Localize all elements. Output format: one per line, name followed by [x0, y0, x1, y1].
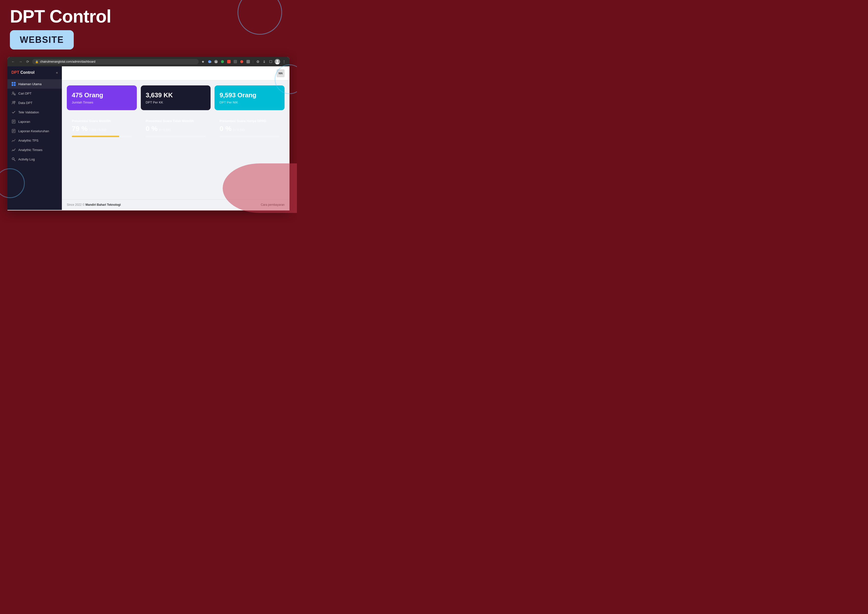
divider: | [252, 60, 254, 64]
sidebar-logo-control: Control [20, 70, 34, 75]
svg-point-20 [14, 101, 16, 103]
progress-percent-memilih: 79 % [72, 125, 88, 133]
sidebar-item-label-laporan: Laporan [18, 120, 30, 124]
svg-point-4 [221, 60, 224, 63]
doc2-icon [11, 129, 16, 133]
progress-card-tidak-memilih: Presentasi Suara Tidak Memilih 0 % 0 / 9… [141, 114, 211, 142]
sidebar-item-tele-validation[interactable]: Tele Validation [8, 107, 62, 117]
progress-value-row-hanya-dprd: 0 % 0 / 9,593 [220, 125, 280, 133]
grid-icon [11, 82, 16, 86]
svg-line-30 [14, 160, 16, 161]
url-bar[interactable]: 🔒 chairulmenangtotal.com/admin/dashboard [32, 59, 199, 64]
svg-rect-8 [246, 60, 250, 64]
progress-title-hanya-dprd: Presentasi Suara Hanya DPRD [220, 119, 280, 123]
svg-point-29 [12, 158, 14, 160]
sidebar-item-label-analythic-timses: Analythic Timses [18, 148, 43, 152]
stat-card-dpt-nik: 9,593 Orang DPT Per NIK [214, 85, 285, 110]
stat-card-timses: 475 Orang Jumlah Timses [67, 85, 137, 110]
forward-button[interactable]: → [18, 59, 23, 64]
sidebar-item-label-activity-log: Activity Log [18, 157, 35, 161]
progress-title-memilih: Presentasi Suara Memilih [72, 119, 132, 123]
progress-fraction-memilih: 7,566 / 9,593 [89, 128, 106, 132]
app-layout: DPT Control « Halaman Utama Cari DPT [8, 66, 290, 210]
people-icon [11, 101, 16, 105]
extension3-icon[interactable] [220, 59, 225, 64]
back-button[interactable]: ← [10, 59, 16, 64]
svg-point-19 [12, 101, 14, 103]
download-icon[interactable]: ⇓ [262, 59, 267, 64]
sidebar-nav: Halaman Utama Cari DPT Data DPT [8, 77, 62, 210]
search-icon [11, 157, 16, 162]
sidebar-item-label-data-dpt: Data DPT [18, 101, 33, 105]
svg-text:1:27: 1:27 [209, 61, 211, 63]
extension4-icon[interactable] [226, 59, 231, 64]
stat-value-dpt-kk: 3,639 KK [146, 91, 206, 99]
extension1-icon[interactable]: 1:27 [207, 59, 212, 64]
progress-percent-tidak-memilih: 0 % [146, 125, 158, 133]
settings-icon[interactable]: ⚙ [255, 59, 260, 64]
svg-rect-12 [12, 82, 13, 84]
svg-rect-13 [14, 82, 16, 84]
sidebar: DPT Control « Halaman Utama Cari DPT [8, 66, 62, 210]
page-title: DPT Control [10, 8, 287, 25]
stat-value-timses: 475 Orang [72, 91, 132, 99]
main-content: NN 475 Orang Jumlah Timses 3,639 KK DPT … [62, 66, 290, 210]
progress-fraction-tidak-memilih: 0 / 9,593 [159, 128, 171, 132]
progress-value-row-tidak-memilih: 0 % 0 / 9,593 [146, 125, 206, 133]
footer-payment-link[interactable]: Cara pembayaran [261, 203, 285, 207]
sidebar-logo: DPT Control [11, 70, 34, 75]
sidebar-item-activity-log[interactable]: Activity Log [8, 154, 62, 164]
user-avatar-button[interactable]: NN [277, 69, 285, 77]
website-badge-text: WEBSITE [20, 35, 64, 45]
stat-cards-row: 475 Orang Jumlah Timses 3,639 KK DPT Per… [67, 85, 285, 110]
footer-brand: Mandiri Bahari Teknologi [85, 203, 121, 207]
extension6-icon[interactable] [239, 59, 244, 64]
sidebar-item-data-dpt[interactable]: Data DPT [8, 98, 62, 107]
svg-text:31: 31 [215, 61, 217, 63]
extension5-icon[interactable] [233, 59, 238, 64]
chart2-icon [11, 148, 16, 152]
check-icon [11, 110, 16, 114]
browser-chrome: ← → ⟳ 🔒 chairulmenangtotal.com/admin/das… [8, 57, 290, 66]
sidebar-item-halaman-utama[interactable]: Halaman Utama [8, 79, 62, 89]
profile-avatar[interactable] [274, 59, 280, 64]
stat-card-dpt-kk: 3,639 KK DPT Per KK [141, 85, 211, 110]
svg-rect-14 [12, 84, 13, 86]
svg-point-16 [12, 92, 14, 93]
svg-point-7 [240, 60, 243, 63]
progress-percent-hanya-dprd: 0 % [220, 125, 231, 133]
progress-cards-row: Presentasi Suara Memilih 79 % 7,566 / 9,… [67, 114, 285, 142]
extension7-icon[interactable] [246, 59, 251, 64]
window-icon[interactable]: ☐ [268, 59, 273, 64]
sidebar-item-cari-dpt[interactable]: Cari DPT [8, 89, 62, 98]
progress-bar-track-hanya-dprd [220, 136, 280, 137]
sidebar-item-laporan[interactable]: Laporan [8, 117, 62, 126]
progress-fraction-hanya-dprd: 0 / 9,593 [233, 128, 245, 132]
menu-icon[interactable]: ⋮ [282, 59, 287, 64]
svg-point-10 [276, 60, 278, 62]
sidebar-item-analythic-tps[interactable]: Analythic TPS [8, 136, 62, 145]
browser-actions: ★ 1:27 31 | ⚙ ⇓ ☐ [201, 59, 287, 64]
sidebar-item-label-cari-dpt: Cari DPT [18, 92, 31, 95]
extension2-badge[interactable]: 31 [214, 59, 219, 64]
website-badge: WEBSITE [10, 30, 74, 50]
progress-bar-fill-memilih [72, 136, 119, 137]
star-icon[interactable]: ★ [201, 59, 206, 64]
dashboard-content: 475 Orang Jumlah Timses 3,639 KK DPT Per… [62, 81, 290, 199]
sidebar-logo-dpt: DPT [11, 70, 19, 75]
browser-window: ← → ⟳ 🔒 chairulmenangtotal.com/admin/das… [8, 57, 290, 210]
doc-icon [11, 119, 16, 124]
sidebar-item-label-tele-validation: Tele Validation [18, 110, 39, 114]
stat-value-dpt-nik: 9,593 Orang [220, 91, 280, 99]
page-header: DPT Control WEBSITE [0, 0, 297, 52]
svg-line-18 [16, 95, 16, 96]
sidebar-item-label-laporan-keseluruhan: Laporan Keseluruhan [18, 129, 49, 133]
search-people-icon [11, 91, 16, 96]
sidebar-item-analythic-timses[interactable]: Analythic Timses [8, 145, 62, 154]
stat-label-dpt-kk: DPT Per KK [146, 101, 206, 104]
sidebar-collapse-button[interactable]: « [56, 71, 58, 75]
svg-rect-5 [227, 60, 231, 64]
refresh-button[interactable]: ⟳ [25, 59, 30, 64]
sidebar-item-laporan-keseluruhan[interactable]: Laporan Keseluruhan [8, 126, 62, 136]
secure-icon: 🔒 [35, 60, 39, 64]
